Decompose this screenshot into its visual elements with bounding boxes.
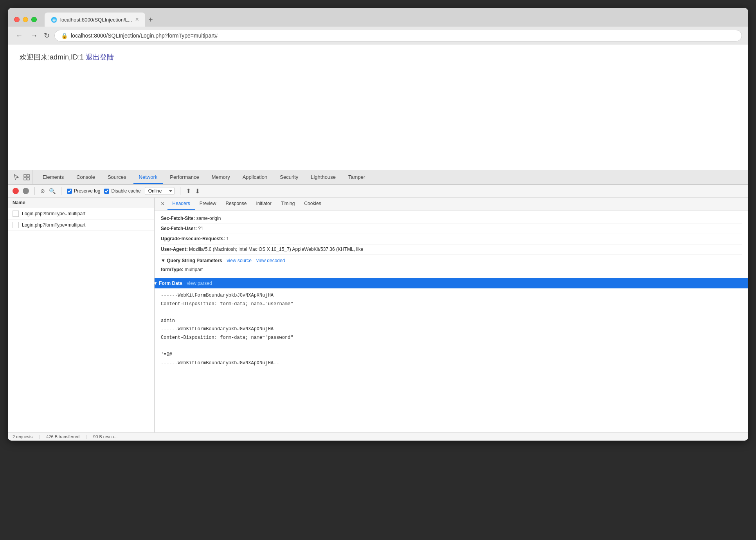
- network-item-1[interactable]: Login.php?formType=multipart: [8, 208, 154, 220]
- form-data-line-8: '=0#: [161, 351, 742, 359]
- svg-rect-3: [27, 178, 29, 180]
- requests-count: 2 requests: [13, 434, 32, 439]
- query-param-formtype: formType: multipart: [161, 265, 742, 275]
- devtools-tabs: Elements Console Sources Network Perform…: [8, 170, 748, 185]
- detail-tab-timing[interactable]: Timing: [276, 198, 300, 210]
- header-user-agent: User-Agent: Mozilla/5.0 (Macintosh; Inte…: [161, 245, 742, 255]
- tab-memory[interactable]: Memory: [206, 171, 236, 184]
- tab-elements[interactable]: Elements: [37, 171, 69, 184]
- detail-tab-preview[interactable]: Preview: [195, 198, 221, 210]
- file-icon-2: [13, 222, 19, 228]
- filter-icon[interactable]: ⊘: [40, 188, 45, 194]
- transferred-size: 426 B transferred: [46, 434, 79, 439]
- tab-network[interactable]: Network: [133, 171, 163, 184]
- record-button[interactable]: [13, 188, 19, 194]
- form-data-section-header: ▼ Form Data view parsed: [155, 278, 748, 288]
- close-tab-button[interactable]: ×: [135, 16, 139, 23]
- svg-rect-2: [24, 178, 26, 180]
- browser-window: 🌐 localhost:8000/SQLInjection/L... × + ←…: [8, 8, 748, 441]
- network-list-header: Name: [8, 198, 154, 208]
- address-bar: ← → ↻ 🔒 localhost:8000/SQLInjection/Logi…: [8, 27, 748, 45]
- reload-button[interactable]: ↻: [44, 31, 50, 40]
- active-tab[interactable]: 🌐 localhost:8000/SQLInjection/L... ×: [45, 13, 145, 27]
- file-icon-1: [13, 211, 19, 217]
- toolbar-divider-2: [61, 187, 61, 195]
- tab-performance[interactable]: Performance: [164, 171, 204, 184]
- form-data-line-7: [161, 342, 742, 351]
- tab-sources[interactable]: Sources: [102, 171, 132, 184]
- minimize-button[interactable]: [23, 17, 28, 22]
- upload-icon[interactable]: ⬆: [186, 187, 191, 195]
- tab-console[interactable]: Console: [71, 171, 101, 184]
- form-data-line-1: ------WebKitFormBoundarybkbJGvNXApXNujHA: [161, 292, 742, 300]
- url-text: localhost:8000/SQLInjection/Login.php?fo…: [71, 32, 735, 39]
- tab-favicon: 🌐: [51, 17, 57, 23]
- network-item-name-2: Login.php?formType=multipart: [22, 222, 85, 228]
- stop-button[interactable]: [23, 188, 29, 194]
- form-data-title: ▼ Form Data: [155, 281, 182, 286]
- tab-lighthouse[interactable]: Lighthouse: [305, 171, 341, 184]
- toolbar-divider-3: [180, 187, 180, 195]
- disable-cache-checkbox[interactable]: Disable cache: [104, 188, 140, 194]
- svg-rect-1: [27, 175, 29, 177]
- new-tab-button[interactable]: +: [145, 14, 156, 26]
- view-decoded-link[interactable]: view decoded: [256, 258, 285, 263]
- preserve-log-checkbox[interactable]: Preserve log: [67, 188, 100, 194]
- detail-tabs: × Headers Preview Response Initiator Tim…: [155, 198, 748, 211]
- form-data-line-5: ------WebKitFormBoundarybkbJGvNXApXNujHA: [161, 325, 742, 334]
- form-data-line-4: admin: [161, 317, 742, 326]
- close-detail-button[interactable]: ×: [158, 198, 167, 210]
- view-source-link[interactable]: view source: [227, 258, 252, 263]
- form-data-line-9: ------WebKitFormBoundarybkbJGvNXApXNujHA…: [161, 359, 742, 368]
- inspect-icon[interactable]: [23, 173, 31, 181]
- svg-rect-0: [24, 175, 26, 177]
- traffic-lights: [14, 17, 37, 22]
- detail-panel: × Headers Preview Response Initiator Tim…: [155, 198, 748, 432]
- network-toolbar: ⊘ 🔍 Preserve log Disable cache Online Fa…: [8, 185, 748, 198]
- welcome-text: 欢迎回来:admin,ID:1 退出登陆: [20, 52, 736, 62]
- lock-icon: 🔒: [61, 32, 68, 39]
- status-bar: 2 requests | 426 B transferred | 90 B re…: [8, 432, 748, 441]
- devtools: Elements Console Sources Network Perform…: [8, 170, 748, 441]
- header-sec-fetch-user: Sec-Fetch-User: ?1: [161, 224, 742, 234]
- back-button[interactable]: ←: [14, 31, 24, 41]
- tab-application[interactable]: Application: [237, 171, 273, 184]
- network-item-2[interactable]: Login.php?formType=multipart: [8, 220, 154, 231]
- devtools-tab-icons: [11, 170, 32, 184]
- form-data-line-2: Content-Disposition: form-data; name="us…: [161, 300, 742, 309]
- form-data-line-3: [161, 308, 742, 317]
- logout-link[interactable]: 退出登陆: [86, 53, 114, 61]
- header-upgrade-insecure: Upgrade-Insecure-Requests: 1: [161, 234, 742, 244]
- headers-content: Sec-Fetch-Site: same-origin Sec-Fetch-Us…: [155, 211, 748, 374]
- tab-tamper[interactable]: Tamper: [343, 171, 371, 184]
- network-panel: Name Login.php?formType=multipart Login.…: [8, 198, 748, 432]
- close-button[interactable]: [14, 17, 20, 22]
- maximize-button[interactable]: [31, 17, 37, 22]
- query-string-section-header: ▼ Query String Parameters view source vi…: [161, 255, 742, 265]
- page-content: 欢迎回来:admin,ID:1 退出登陆: [8, 45, 748, 170]
- form-data-line-6: Content-Disposition: form-data; name="pa…: [161, 334, 742, 342]
- detail-tab-response[interactable]: Response: [221, 198, 251, 210]
- throttle-select[interactable]: Online Fast 3G Slow 3G Offline: [145, 187, 175, 195]
- detail-tab-initiator[interactable]: Initiator: [251, 198, 276, 210]
- detail-tab-headers[interactable]: Headers: [167, 198, 194, 210]
- tab-title: localhost:8000/SQLInjection/L...: [60, 17, 132, 23]
- toolbar-divider-1: [34, 187, 35, 195]
- view-parsed-link[interactable]: view parsed: [187, 281, 212, 286]
- search-icon[interactable]: 🔍: [49, 188, 56, 194]
- form-data-body: ------WebKitFormBoundarybkbJGvNXApXNujHA…: [161, 288, 742, 371]
- query-string-title: ▼ Query String Parameters: [161, 258, 222, 263]
- detail-tab-cookies[interactable]: Cookies: [299, 198, 326, 210]
- cursor-icon[interactable]: [13, 173, 20, 181]
- tabs-bar: 🌐 localhost:8000/SQLInjection/L... × +: [45, 13, 742, 27]
- download-icon[interactable]: ⬇: [195, 187, 200, 195]
- network-list: Name Login.php?formType=multipart Login.…: [8, 198, 155, 432]
- url-bar[interactable]: 🔒 localhost:8000/SQLInjection/Login.php?…: [54, 30, 742, 41]
- network-item-name-1: Login.php?formType=multipart: [22, 211, 85, 216]
- title-bar: 🌐 localhost:8000/SQLInjection/L... × +: [8, 8, 748, 27]
- tab-security[interactable]: Security: [274, 171, 304, 184]
- header-sec-fetch-site: Sec-Fetch-Site: same-origin: [161, 214, 742, 224]
- forward-button[interactable]: →: [29, 31, 39, 41]
- resources-size: 90 B resou...: [93, 434, 117, 439]
